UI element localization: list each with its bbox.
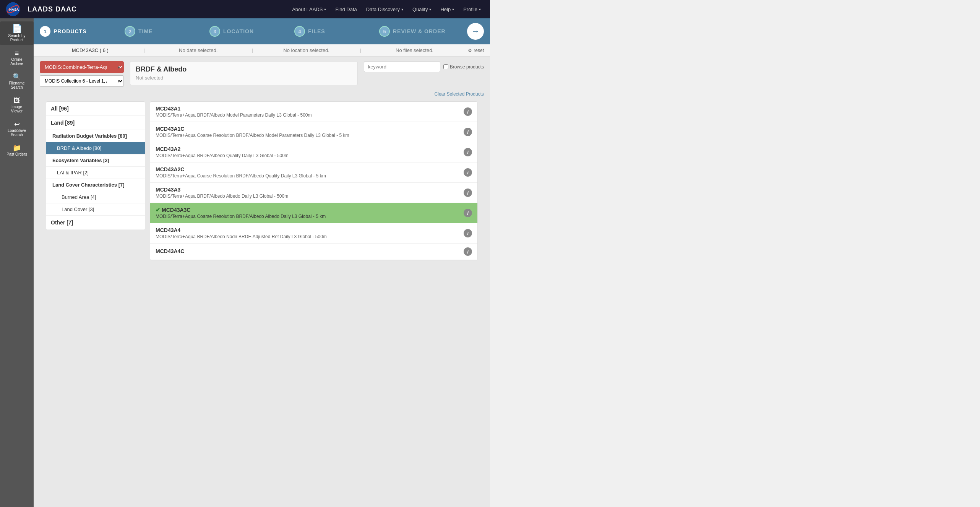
nav-data-discovery[interactable]: Data Discovery ▾ <box>363 5 406 14</box>
breadcrumb-product: MCD43A3C ( 6 ) <box>40 47 141 53</box>
category-item-land-cover[interactable]: Land Cover Characteristics [7] <box>46 179 145 191</box>
sidebar-item-label-search: Search byProduct <box>8 34 25 42</box>
sidebar-item-image-viewer[interactable]: 🖼 ImageViewer <box>0 94 34 116</box>
main-content: 1 PRODUCTS 2 TIME 3 LOCATION 4 FILES 5 R… <box>34 18 490 507</box>
step-products[interactable]: 1 PRODUCTS <box>40 26 122 37</box>
category-item-other[interactable]: Other [7] <box>46 216 145 230</box>
filename-search-icon: 🔍 <box>13 73 21 80</box>
nav-quality[interactable]: Quality ▾ <box>409 5 434 14</box>
sidebar-item-past-orders[interactable]: 📁 Past Orders <box>0 141 34 159</box>
product-name-MCD43A2: MCD43A2 <box>156 146 289 152</box>
step-files[interactable]: 4 FILES <box>294 26 376 37</box>
info-icon-MCD43A2[interactable]: i <box>464 148 472 156</box>
step-2-label: TIME <box>138 28 153 34</box>
category-item-land-cover-type[interactable]: Land Cover [3] <box>46 203 145 216</box>
product-desc-MCD43A1C: MODIS/Terra+Aqua Coarse Resolution BRDF/… <box>156 133 349 138</box>
product-info: BRDF & Albedo Not selected <box>130 61 358 85</box>
sidebar-item-online-archive[interactable]: ≡ OnlineArchive <box>0 47 34 69</box>
product-row-MCD43A3[interactable]: MCD43A3MODIS/Terra+Aqua BRDF/Albedo Albe… <box>150 183 477 203</box>
sidebar-item-search-by-product[interactable]: 📄 Search byProduct <box>0 21 34 45</box>
step-location[interactable]: 3 LOCATION <box>209 26 291 37</box>
keyword-area: Browse products <box>364 61 484 72</box>
product-area: MODIS:Combined-Terra-Aqua MODIS Collecti… <box>34 57 490 271</box>
online-archive-icon: ≡ <box>15 50 19 57</box>
sidebar-item-label-loadsave: Load/SaveSearch <box>8 128 26 137</box>
nasa-logo: NASA <box>6 2 20 16</box>
sidebar-item-label-pastorders: Past Orders <box>6 152 27 156</box>
category-item-land[interactable]: Land [89] <box>46 116 145 130</box>
category-item-radiation[interactable]: Radiation Budget Variables [80] <box>46 130 145 142</box>
product-row-MCD43A4C[interactable]: MCD43A4Ci <box>150 244 477 260</box>
level-select[interactable]: MODIS Collection 6 - Level 1, Atmosphere… <box>40 75 124 87</box>
category-item-burned[interactable]: Burned Area [4] <box>46 191 145 203</box>
nav-profile[interactable]: Profile ▾ <box>460 5 484 14</box>
data-discovery-caret: ▾ <box>401 7 403 11</box>
step-review[interactable]: 5 REVIEW & ORDER <box>379 26 461 37</box>
category-panel: All [96]Land [89]Radiation Budget Variab… <box>46 101 145 230</box>
products-panel: MCD43A1MODIS/Terra+Aqua BRDF/Albedo Mode… <box>150 101 478 260</box>
reset-button[interactable]: ⚙ reset <box>468 48 484 53</box>
clear-selected-products[interactable]: Clear Selected Products <box>40 90 484 98</box>
checkmark-icon: ✔ <box>156 207 160 213</box>
category-item-all[interactable]: All [96] <box>46 102 145 116</box>
category-item-brdf[interactable]: BRDF & Albedo [80] <box>46 142 145 154</box>
sidebar: 📄 Search byProduct ≡ OnlineArchive 🔍 Fil… <box>0 18 34 507</box>
product-selectors: MODIS:Combined-Terra-Aqua MODIS Collecti… <box>40 61 124 87</box>
top-navigation: NASA LAADS DAAC About LAADS ▾ Find Data … <box>0 0 490 18</box>
nav-about-laads[interactable]: About LAADS ▾ <box>289 5 329 14</box>
quality-caret: ▾ <box>429 7 431 11</box>
product-row-MCD43A3C[interactable]: ✔MCD43A3CMODIS/Terra+Aqua Coarse Resolut… <box>150 203 477 223</box>
product-desc-MCD43A4: MODIS/Terra+Aqua BRDF/Albedo Nadir BRDF-… <box>156 234 327 239</box>
product-name-MCD43A4C: MCD43A4C <box>156 248 184 254</box>
help-caret: ▾ <box>452 7 454 11</box>
image-viewer-icon: 🖼 <box>13 97 20 104</box>
category-item-ecosystem[interactable]: Ecosystem Variables [2] <box>46 154 145 167</box>
product-row-MCD43A1C[interactable]: MCD43A1CMODIS/Terra+Aqua Coarse Resoluti… <box>150 122 477 142</box>
info-icon-MCD43A1C[interactable]: i <box>464 128 472 136</box>
browse-products-label[interactable]: Browse products <box>443 64 484 70</box>
info-icon-MCD43A1[interactable]: i <box>464 107 472 116</box>
sidebar-item-load-save[interactable]: ↩ Load/SaveSearch <box>0 118 34 140</box>
breadcrumb-location: No location selected. <box>256 47 357 53</box>
product-name-MCD43A3C: ✔MCD43A3C <box>156 207 326 213</box>
keyword-input[interactable] <box>364 61 440 72</box>
product-row-MCD43A2C[interactable]: MCD43A2CMODIS/Terra+Aqua Coarse Resoluti… <box>150 162 477 183</box>
level-select-wrapper: MODIS Collection 6 - Level 1, Atmosphere… <box>40 75 124 87</box>
collection-select[interactable]: MODIS:Combined-Terra-Aqua <box>40 61 124 73</box>
step-next-button[interactable]: → <box>467 23 484 40</box>
browse-products-checkbox[interactable] <box>443 64 448 69</box>
about-laads-caret: ▾ <box>324 7 326 11</box>
profile-caret: ▾ <box>479 7 481 11</box>
step-4-label: FILES <box>308 28 325 34</box>
step-5-label: REVIEW & ORDER <box>393 28 446 34</box>
gear-icon: ⚙ <box>468 48 472 53</box>
product-name-MCD43A2C: MCD43A2C <box>156 166 326 172</box>
step-time[interactable]: 2 TIME <box>125 26 206 37</box>
info-icon-MCD43A4[interactable]: i <box>464 229 472 237</box>
product-row-MCD43A2[interactable]: MCD43A2MODIS/Terra+Aqua BRDF/Albedo Qual… <box>150 142 477 162</box>
site-title: LAADS DAAC <box>28 5 281 13</box>
step-5-circle: 5 <box>379 26 390 37</box>
nav-help[interactable]: Help ▾ <box>437 5 457 14</box>
step-3-label: LOCATION <box>223 28 254 34</box>
category-item-lai[interactable]: LAI & fPAR [2] <box>46 167 145 179</box>
product-not-selected: Not selected <box>136 75 163 81</box>
info-icon-MCD43A4C[interactable]: i <box>464 247 472 256</box>
product-row-MCD43A4[interactable]: MCD43A4MODIS/Terra+Aqua BRDF/Albedo Nadi… <box>150 223 477 244</box>
svg-text:NASA: NASA <box>9 8 19 11</box>
product-title: BRDF & Albedo <box>136 65 352 73</box>
products-list: MCD43A1MODIS/Terra+Aqua BRDF/Albedo Mode… <box>150 102 477 260</box>
nav-find-data[interactable]: Find Data <box>332 5 360 14</box>
product-name-MCD43A1: MCD43A1 <box>156 106 312 112</box>
info-icon-MCD43A3[interactable]: i <box>464 188 472 197</box>
info-icon-MCD43A2C[interactable]: i <box>464 168 472 177</box>
product-desc-MCD43A2C: MODIS/Terra+Aqua Coarse Resolution BRDF/… <box>156 173 326 179</box>
search-by-product-icon: 📄 <box>12 24 22 33</box>
sidebar-item-filename-search[interactable]: 🔍 FilenameSearch <box>0 70 34 93</box>
breadcrumb-files: No files selected. <box>364 47 465 53</box>
step-1-circle: 1 <box>40 26 50 37</box>
breadcrumb-bar: MCD43A3C ( 6 ) | No date selected. | No … <box>34 44 490 57</box>
product-row-MCD43A1[interactable]: MCD43A1MODIS/Terra+Aqua BRDF/Albedo Mode… <box>150 102 477 122</box>
info-icon-MCD43A3C[interactable]: i <box>464 209 472 217</box>
product-desc-MCD43A3C: MODIS/Terra+Aqua Coarse Resolution BRDF/… <box>156 214 326 219</box>
